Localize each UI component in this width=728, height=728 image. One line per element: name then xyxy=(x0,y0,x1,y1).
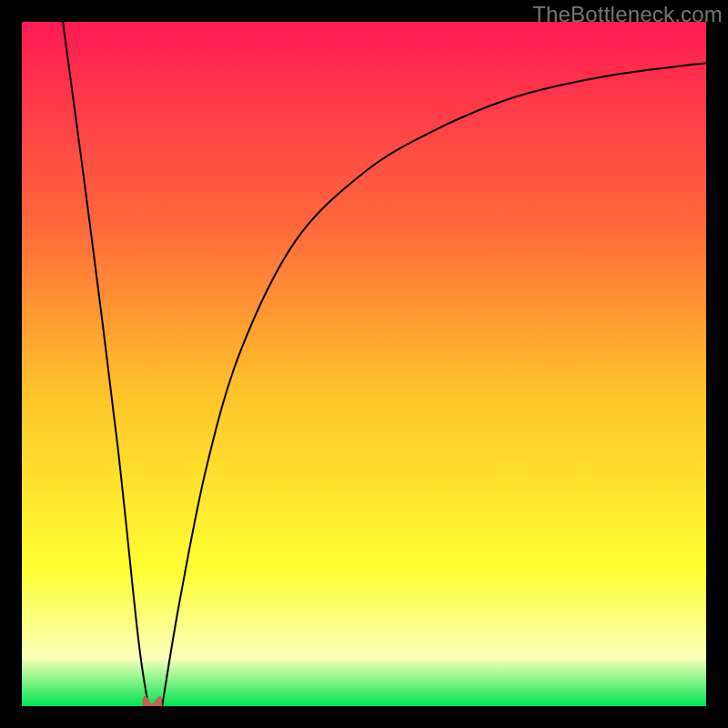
chart-svg xyxy=(22,22,706,706)
plot-area xyxy=(22,22,706,706)
chart-frame: TheBottleneck.com xyxy=(0,0,728,728)
gradient-background xyxy=(22,22,706,706)
watermark-text: TheBottleneck.com xyxy=(532,2,723,27)
